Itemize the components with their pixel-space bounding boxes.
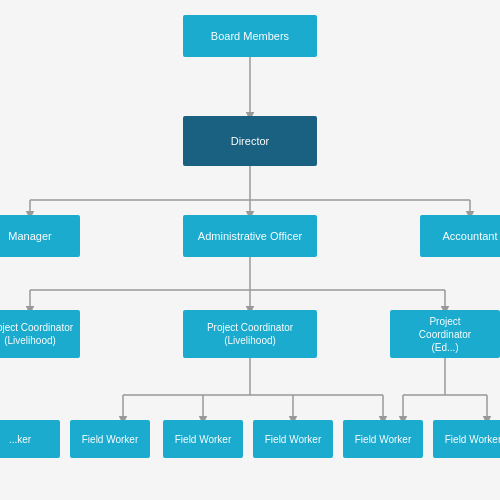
- coord-left-node: Project Coordinator(Livelihood): [0, 310, 80, 358]
- coord-livelihood-label: Project Coordinator(Livelihood): [207, 321, 293, 347]
- admin-officer-node: Administrative Officer: [183, 215, 317, 257]
- board-members-node: Board Members: [183, 15, 317, 57]
- director-node: Director: [183, 116, 317, 166]
- field-worker-2: Field Worker: [70, 420, 150, 458]
- org-chart: Board Members Director Manager Administr…: [0, 0, 500, 500]
- coord-left-label: Project Coordinator(Livelihood): [0, 321, 73, 347]
- account-node: Accountant: [420, 215, 500, 257]
- field-worker-1: ...ker: [0, 420, 60, 458]
- field-worker-5: Field Worker: [343, 420, 423, 458]
- coord-ed-label: ProjectCoordinator(Ed...): [419, 315, 471, 354]
- field-worker-3: Field Worker: [163, 420, 243, 458]
- field-worker-4: Field Worker: [253, 420, 333, 458]
- field-worker-6: Field Worker: [433, 420, 500, 458]
- manager-node: Manager: [0, 215, 80, 257]
- coord-ed-node: ProjectCoordinator(Ed...): [390, 310, 500, 358]
- coord-livelihood-node: Project Coordinator(Livelihood): [183, 310, 317, 358]
